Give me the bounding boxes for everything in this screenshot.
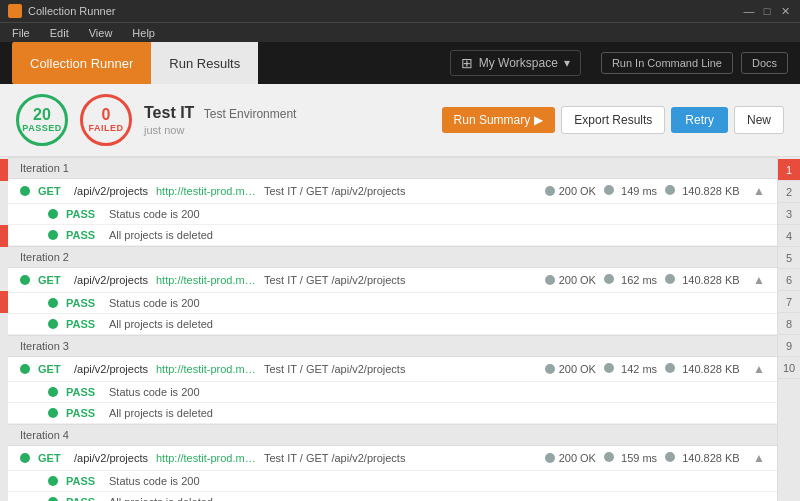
run-command-line-button[interactable]: Run In Command Line: [601, 52, 733, 74]
retry-button[interactable]: Retry: [671, 107, 728, 133]
menu-edit[interactable]: Edit: [46, 25, 73, 41]
status-text: 200 OK: [559, 274, 596, 286]
request-time: 149 ms: [604, 185, 657, 197]
time-circle: [604, 452, 614, 462]
list-item: PASS Status code is 200: [8, 382, 777, 403]
menu-view[interactable]: View: [85, 25, 117, 41]
failed-count: 0: [102, 107, 111, 123]
table-row[interactable]: GET /api/v2/projects http://testit-prod.…: [8, 446, 777, 471]
size-value: 140.828 KB: [682, 452, 740, 464]
request-size: 140.828 KB: [665, 363, 745, 375]
page-4[interactable]: 4: [778, 225, 800, 247]
time-circle: [604, 363, 614, 373]
page-4-label: 4: [786, 230, 792, 242]
request-url: http://testit-prod.meister...: [156, 452, 256, 464]
left-indicators: [0, 157, 8, 501]
method-badge: GET: [38, 452, 66, 464]
close-button[interactable]: ✕: [778, 4, 792, 18]
size-value: 140.828 KB: [682, 274, 740, 286]
table-row[interactable]: GET /api/v2/projects http://testit-prod.…: [8, 179, 777, 204]
page-10[interactable]: 10: [778, 357, 800, 379]
collapse-button[interactable]: ▲: [753, 451, 765, 465]
indicator-3: [0, 203, 8, 225]
chevron-down-icon: ▾: [564, 56, 570, 70]
page-10-label: 10: [783, 362, 795, 374]
tab-run-results-label: Run Results: [169, 56, 240, 71]
page-3[interactable]: 3: [778, 203, 800, 225]
indicator-5: [0, 247, 8, 269]
results-with-indicator: Iteration 1 GET /api/v2/projects http://…: [0, 157, 778, 501]
status-dot: [20, 453, 30, 463]
list-item: PASS Status code is 200: [8, 293, 777, 314]
collapse-button[interactable]: ▲: [753, 184, 765, 198]
collapse-button[interactable]: ▲: [753, 362, 765, 376]
test-dot: [48, 319, 58, 329]
iteration-header-1: Iteration 1: [8, 157, 777, 179]
docs-button[interactable]: Docs: [741, 52, 788, 74]
workspace-button[interactable]: ⊞ My Workspace ▾: [450, 50, 581, 76]
request-path: /api/v2/projects: [74, 274, 148, 286]
page-6[interactable]: 6: [778, 269, 800, 291]
table-row[interactable]: GET /api/v2/projects http://testit-prod.…: [8, 268, 777, 293]
test-status: PASS: [66, 407, 101, 419]
arrow-right-icon: ▶: [534, 113, 543, 127]
test-dot: [48, 209, 58, 219]
indicator-1: [0, 159, 8, 181]
run-title: Test IT: [144, 104, 194, 121]
request-time: 162 ms: [604, 274, 657, 286]
new-button[interactable]: New: [734, 106, 784, 134]
iteration-3-label: Iteration 3: [20, 340, 69, 352]
request-size: 140.828 KB: [665, 185, 745, 197]
grid-icon: ⊞: [461, 55, 473, 71]
indicator-6: [0, 269, 8, 291]
status-circle: [545, 275, 555, 285]
iteration-header-4: Iteration 4: [8, 424, 777, 446]
run-summary-button[interactable]: Run Summary ▶: [442, 107, 556, 133]
test-dot: [48, 298, 58, 308]
status-text: 200 OK: [559, 363, 596, 375]
method-badge: GET: [38, 185, 66, 197]
request-status: 200 OK: [545, 363, 596, 375]
test-name: Status code is 200: [109, 297, 200, 309]
maximize-button[interactable]: □: [760, 4, 774, 18]
test-dot: [48, 387, 58, 397]
tab-collection-runner-label: Collection Runner: [30, 56, 133, 71]
page-7[interactable]: 7: [778, 291, 800, 313]
test-dot: [48, 476, 58, 486]
status-circle: [545, 186, 555, 196]
menu-file[interactable]: File: [8, 25, 34, 41]
method-badge: GET: [38, 363, 66, 375]
export-results-button[interactable]: Export Results: [561, 106, 665, 134]
table-row[interactable]: GET /api/v2/projects http://testit-prod.…: [8, 357, 777, 382]
menu-help[interactable]: Help: [128, 25, 159, 41]
minimize-button[interactable]: —: [742, 4, 756, 18]
collapse-button[interactable]: ▲: [753, 273, 765, 287]
list-item: PASS All projects is deleted: [8, 492, 777, 501]
run-title-row: Test IT Test Environment: [144, 104, 430, 122]
list-item: PASS All projects is deleted: [8, 225, 777, 246]
test-name: All projects is deleted: [109, 229, 213, 241]
test-status: PASS: [66, 386, 101, 398]
app-title: Collection Runner: [28, 5, 115, 17]
tab-run-results[interactable]: Run Results: [151, 42, 258, 84]
tab-collection-runner[interactable]: Collection Runner: [12, 42, 151, 84]
window-controls[interactable]: — □ ✕: [742, 4, 792, 18]
page-1[interactable]: 1: [778, 159, 800, 181]
test-dot: [48, 408, 58, 418]
request-url: http://testit-prod.meister...: [156, 363, 256, 375]
page-9[interactable]: 9: [778, 335, 800, 357]
main-content: 20 PASSED 0 FAILED Test IT Test Environm…: [0, 84, 800, 501]
page-2-label: 2: [786, 186, 792, 198]
page-2[interactable]: 2: [778, 181, 800, 203]
list-item: PASS Status code is 200: [8, 204, 777, 225]
results-area: Iteration 1 GET /api/v2/projects http://…: [0, 157, 800, 501]
iteration-2-label: Iteration 2: [20, 251, 69, 263]
request-name: Test IT / GET /api/v2/projects: [264, 363, 537, 375]
request-status: 200 OK: [545, 185, 596, 197]
title-bar: Collection Runner — □ ✕: [0, 0, 800, 22]
page-8[interactable]: 8: [778, 313, 800, 335]
page-5[interactable]: 5: [778, 247, 800, 269]
iteration-header-2: Iteration 2: [8, 246, 777, 268]
passed-circle: 20 PASSED: [16, 94, 68, 146]
test-name: All projects is deleted: [109, 407, 213, 419]
